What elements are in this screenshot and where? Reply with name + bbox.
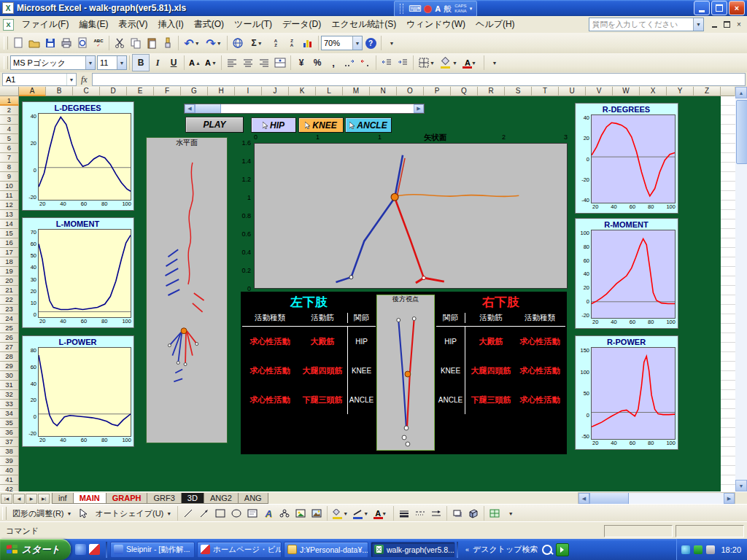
- scroll-left-icon[interactable]: ◀: [578, 493, 589, 504]
- sheet-tab-3D[interactable]: 3D: [181, 493, 204, 504]
- row-header-11[interactable]: 11: [0, 191, 19, 201]
- row-header-40[interactable]: 40: [0, 466, 19, 475]
- search-go-button[interactable]: [556, 543, 569, 556]
- search-icon[interactable]: [542, 545, 552, 555]
- clipart-icon[interactable]: [293, 505, 309, 521]
- slider-left-icon[interactable]: ◀: [185, 104, 195, 113]
- toolbar-grip[interactable]: [4, 36, 8, 50]
- menu-item[interactable]: データ(D): [277, 16, 326, 33]
- dash-style-icon[interactable]: [412, 505, 428, 521]
- vertical-scrollbar[interactable]: ▲ ▼: [735, 87, 747, 491]
- worksheet-area[interactable]: L-DEGREES 40200-2020406080100 L-MOMENT 7…: [19, 96, 735, 491]
- save-button[interactable]: [42, 35, 58, 51]
- collapse-icon[interactable]: «: [465, 546, 469, 553]
- line-style-icon[interactable]: [396, 505, 412, 521]
- formula-input[interactable]: [92, 73, 746, 86]
- cut-icon[interactable]: [112, 35, 128, 51]
- column-header-Z[interactable]: Z: [694, 87, 721, 96]
- format-painter-button[interactable]: [160, 35, 176, 51]
- font-size-combobox[interactable]: 11 ▼: [97, 55, 127, 70]
- empty-cells[interactable]: [721, 96, 735, 491]
- desktop-search-band[interactable]: « デスクトップ検索: [465, 543, 569, 556]
- rectangle-tool-icon[interactable]: [212, 505, 228, 521]
- quick-launch-app-icon[interactable]: [89, 544, 100, 555]
- workbook-close-button[interactable]: ×: [733, 20, 745, 30]
- column-header-R[interactable]: R: [478, 87, 505, 96]
- underline-button[interactable]: U: [166, 55, 182, 71]
- zoom-combobox[interactable]: 70% ▼: [321, 36, 363, 50]
- diagram-icon[interactable]: [276, 505, 293, 521]
- ancle-button[interactable]: ANCLE: [345, 117, 392, 133]
- langbar-grip-icon[interactable]: [400, 4, 403, 14]
- row-header-7[interactable]: 7: [0, 153, 19, 163]
- chevron-down-icon[interactable]: ▼: [85, 56, 95, 69]
- chevron-down-icon[interactable]: ▼: [66, 74, 76, 85]
- slider-thumb[interactable]: [195, 104, 221, 113]
- row-header-20[interactable]: 20: [0, 276, 19, 286]
- font-shrink-button[interactable]: A▼: [203, 55, 219, 71]
- sheet-tab-MAIN[interactable]: MAIN: [73, 493, 107, 504]
- scroll-up-icon[interactable]: ▲: [735, 87, 747, 98]
- row-header-35[interactable]: 35: [0, 419, 19, 428]
- row-header-1[interactable]: 1: [0, 96, 19, 106]
- percent-style-button[interactable]: %: [309, 55, 325, 71]
- row-header-24[interactable]: 24: [0, 314, 19, 324]
- play-button[interactable]: PLAY: [185, 117, 244, 133]
- tray-network-icon[interactable]: [681, 545, 690, 554]
- align-right-button[interactable]: [256, 55, 272, 71]
- shape-font-color-button[interactable]: A▼: [371, 505, 391, 521]
- increase-decimal-button[interactable]: [341, 55, 357, 71]
- autoshapes-menu[interactable]: オートシェイプ(U)▼: [91, 507, 175, 521]
- column-header-T[interactable]: T: [532, 87, 559, 96]
- ime-mode-icon[interactable]: [424, 5, 432, 13]
- hyperlink-button[interactable]: [230, 35, 246, 51]
- column-header-G[interactable]: G: [181, 87, 208, 96]
- decrease-decimal-button[interactable]: [357, 55, 374, 71]
- task-button[interactable]: ホームページ・ビルダ...: [197, 542, 282, 558]
- font-grow-button[interactable]: A▲: [187, 55, 203, 71]
- comma-style-button[interactable]: ,: [325, 55, 341, 71]
- row-header-16[interactable]: 16: [0, 238, 19, 248]
- fill-color-button[interactable]: ▼: [438, 55, 460, 71]
- row-header-26[interactable]: 26: [0, 333, 19, 343]
- wordart-icon[interactable]: A: [260, 505, 276, 521]
- column-header-Y[interactable]: Y: [667, 87, 694, 96]
- column-header-E[interactable]: E: [127, 87, 154, 96]
- question-input[interactable]: 質問を入力してください ▼: [589, 18, 704, 31]
- row-header-14[interactable]: 14: [0, 219, 19, 229]
- new-button[interactable]: [10, 35, 26, 51]
- row-header-37[interactable]: 37: [0, 438, 19, 447]
- ime-language-bar[interactable]: ⌨ A 般 CAPSKANA ▾: [394, 1, 477, 17]
- shape-fill-color-button[interactable]: ▼: [330, 505, 350, 521]
- row-header-23[interactable]: 23: [0, 305, 19, 314]
- column-header-O[interactable]: O: [397, 87, 424, 96]
- arrow-style-icon[interactable]: [428, 505, 444, 521]
- undo-button[interactable]: ↶▼: [181, 35, 203, 51]
- font-name-combobox[interactable]: MS Pゴシック ▼: [10, 55, 96, 70]
- paste-button[interactable]: [144, 35, 160, 51]
- spelling-button[interactable]: ABC✓: [90, 35, 107, 51]
- sheet-tab-GRF3[interactable]: GRF3: [147, 493, 181, 504]
- column-header-W[interactable]: W: [613, 87, 640, 96]
- row-header-21[interactable]: 21: [0, 286, 19, 295]
- shape-line-color-button[interactable]: ▼: [350, 505, 371, 521]
- workbook-restore-button[interactable]: [721, 20, 732, 30]
- column-header-J[interactable]: J: [262, 87, 289, 96]
- restore-button[interactable]: [711, 1, 727, 15]
- sheet-tab-ANG2[interactable]: ANG2: [204, 493, 239, 504]
- insert-function-button[interactable]: fx: [81, 74, 88, 85]
- toolbar-grip[interactable]: [4, 56, 8, 69]
- row-header-17[interactable]: 17: [0, 248, 19, 257]
- sort-descending-button[interactable]: ZA: [284, 35, 300, 51]
- row-header-36[interactable]: 36: [0, 428, 19, 438]
- menu-item[interactable]: 表示(V): [113, 16, 152, 33]
- row-header-41[interactable]: 41: [0, 475, 19, 485]
- task-button[interactable]: Sleipnir - [動作解...: [110, 542, 195, 558]
- row-header-12[interactable]: 12: [0, 201, 19, 210]
- sheet-tab-ANG[interactable]: ANG: [238, 493, 268, 504]
- column-header-D[interactable]: D: [100, 87, 127, 96]
- borders-button[interactable]: ▼: [416, 55, 438, 71]
- sheet-tab-GRAPH[interactable]: GRAPH: [106, 493, 148, 504]
- animation-slider[interactable]: ◀ ▶: [184, 104, 425, 114]
- menu-item[interactable]: ヘルプ(H): [471, 16, 520, 33]
